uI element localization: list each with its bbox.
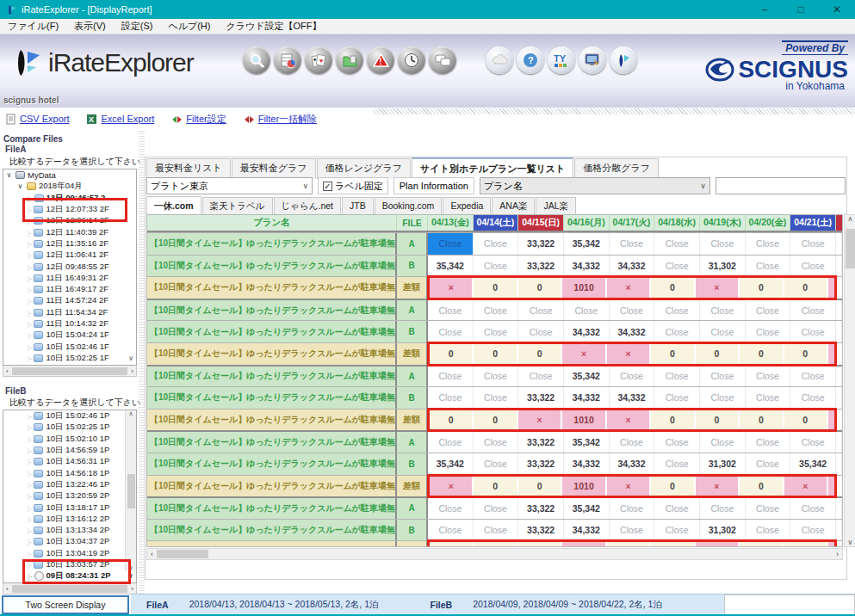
plan-name-select[interactable]: プラン名∨ [480,177,710,194]
filea-tree-item[interactable]: ¦--12日 09:48:55 2F [3,261,136,272]
rate-cell[interactable]: Close [428,233,474,255]
rate-cell[interactable]: Close [654,453,700,475]
rate-cell[interactable]: Close [700,367,746,387]
scroll-left-arrow-icon[interactable]: ‹ [6,585,9,593]
rate-cell[interactable]: 35,342 [428,256,474,277]
rate-cell[interactable]: Close [474,498,519,519]
rate-cell[interactable]: Close [610,233,655,255]
rate-cell[interactable]: 34,332 [610,256,655,277]
help-icon[interactable]: ? [517,46,544,74]
rate-cell[interactable]: 34,332 [610,387,655,409]
filea-tree-item[interactable]: ¦--11日 16:49:31 2F [3,273,136,284]
filea-tree-item[interactable]: ¦--12日 12:06:14 2F [3,215,136,226]
rate-cell[interactable]: Close [654,233,700,255]
diff-value-cell[interactable]: 0 [430,344,474,364]
site-tab-5[interactable]: Booking.com [375,197,443,216]
rate-cell[interactable]: Close [700,233,746,255]
fileb-tree-item[interactable]: ¦--10日 13:20:59 2P [3,490,136,502]
rate-cell[interactable]: Close [518,321,564,342]
rate-cell[interactable]: Close [428,367,474,387]
scroll-thumb[interactable] [846,229,855,268]
rate-cell[interactable]: Close [790,300,836,321]
rate-cell[interactable]: Close [474,432,519,453]
diff-value-cell[interactable]: 0 [740,410,784,430]
rate-cell[interactable]: Close [700,300,746,321]
diff-value-cell[interactable]: 0 [430,542,474,547]
irate-icon[interactable] [610,46,637,74]
csv-export-link[interactable]: CSV Export [5,114,69,125]
diff-value-cell[interactable]: 0 [474,410,517,430]
rate-cell[interactable]: Close [428,300,474,321]
diff-value-cell[interactable]: 0 [696,410,740,430]
diff-value-cell[interactable]: 0 [430,410,474,430]
rate-cell[interactable]: Close [746,498,791,519]
filea-tree-item[interactable]: ¦--11日 14:57:24 2F [3,295,136,306]
tree-caret-icon[interactable]: ∨ [5,171,13,179]
filea-tree-item[interactable]: ∨MyData [3,169,136,181]
filea-tree-item[interactable]: ¦--10日 15:02:46 1F [3,341,136,352]
folder-icon[interactable] [336,46,363,74]
rate-cell[interactable]: 33,322 [518,233,564,255]
rate-cell[interactable]: 33,322 [518,520,564,541]
fileb-tree[interactable]: ∧∨ ¦--10日 15:02:46 1P ∧¦--10日 15:02:25 1… [3,410,137,583]
rate-cell[interactable]: Close [428,520,474,541]
menu-item[interactable]: ヘルプ(H) [160,20,218,33]
rate-cell[interactable]: Close [746,432,791,453]
rate-cell[interactable]: Close [564,300,610,321]
rate-cell[interactable]: 35,342 [564,233,610,255]
rate-cell[interactable]: Close [790,233,836,255]
rate-cell[interactable]: 33,322 [518,256,564,277]
rate-cell[interactable]: Close [474,367,519,387]
rate-cell[interactable]: Close [610,520,655,541]
filea-tree-item[interactable]: ¦--12日 11:40:39 2F [3,226,136,237]
excel-export-link[interactable]: XExcel Export [86,114,154,125]
warning-icon[interactable]: ! [367,46,394,74]
rate-cell[interactable]: Close [518,300,564,321]
diff-value-cell[interactable]: 0 [651,344,695,364]
site-tab-1[interactable]: 一休.com [146,196,201,215]
diff-value-cell[interactable]: × [430,477,474,496]
filea-tree-item[interactable]: ¦--12日 12:07:33 2F [3,204,136,215]
maximize-button[interactable]: □ [783,0,819,19]
rate-cell[interactable]: 34,332 [564,453,610,475]
fileb-tree-item[interactable]: ¦--09日 08:24:31 2P ∨ [3,570,136,582]
fileb-tree-item[interactable]: ¦--10日 15:02:10 1P [3,434,136,445]
rate-cell[interactable]: Close [474,520,519,541]
rate-cell[interactable]: Close [654,321,700,342]
rate-cell[interactable]: Close [654,367,700,387]
fileb-tree-item[interactable]: ¦--10日 13:03:57 2P [3,559,136,570]
rate-cell[interactable]: Close [700,387,746,409]
diff-value-cell[interactable]: 0 [784,542,828,547]
scroll-left-arrow-icon[interactable]: ‹ [151,550,153,558]
rate-cell[interactable]: 34,332 [564,321,610,342]
rate-cell[interactable]: 31,302 [700,520,746,541]
rate-cell[interactable]: Close [700,432,746,453]
rate-cell[interactable]: Close [428,387,474,409]
diff-value-cell[interactable]: 0 [474,477,517,496]
fileb-tree-item[interactable]: ¦--10日 15:02:25 1P [3,422,136,433]
rate-cell[interactable]: Close [790,498,836,519]
rate-cell[interactable]: Close [790,256,836,277]
rate-cell[interactable]: 35,342 [564,432,610,453]
diff-value-cell[interactable]: × [696,477,740,496]
table-vscrollbar[interactable]: ∧ ∨ [844,214,855,547]
rate-cell[interactable]: 33,322 [518,387,564,409]
rate-cell[interactable]: Close [518,367,564,387]
rate-cell[interactable]: 35,342 [564,498,610,519]
fileb-tree-item[interactable]: ¦--10日 13:22:46 1P [3,479,136,490]
rate-cell[interactable]: 34,332 [564,256,610,277]
site-tab-6[interactable]: Expedia [443,197,491,216]
diff-value-cell[interactable]: × [607,278,651,298]
diff-value-cell[interactable]: 0 [474,344,517,364]
filea-tree-item[interactable]: ¦--10日 15:04:24 1F [3,330,136,341]
search-icon[interactable] [243,46,270,74]
rate-cell[interactable]: Close [474,387,519,409]
rate-cell[interactable]: 35,342 [428,453,474,475]
diff-value-cell[interactable]: 0 [740,477,784,496]
rate-cell[interactable]: Close [474,256,519,277]
diff-value-cell[interactable]: 0 [474,542,517,547]
rate-cell[interactable]: 34,332 [610,453,655,475]
tab-4[interactable]: サイト別ホテルプラン一覧リスト [412,157,573,178]
diff-value-cell[interactable]: 0 [607,542,651,547]
diff-value-cell[interactable]: 0 [651,477,695,496]
